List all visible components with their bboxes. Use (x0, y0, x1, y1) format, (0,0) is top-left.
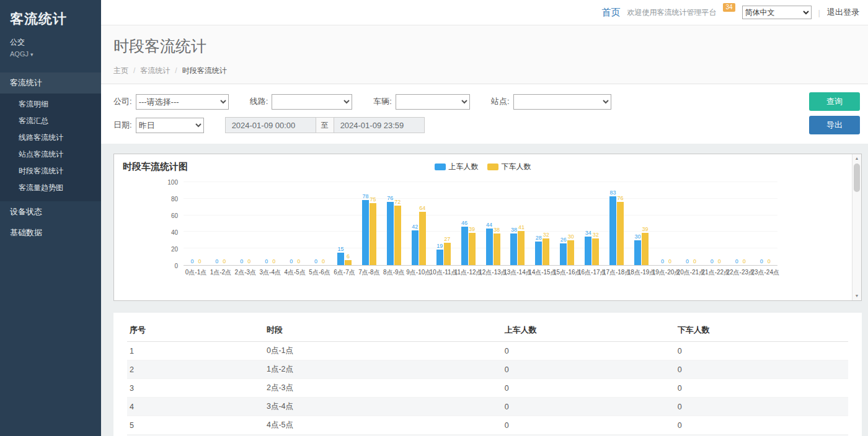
bar-group: 00 (678, 182, 703, 265)
date-label: 日期: (113, 120, 132, 131)
home-link[interactable]: 首页 (601, 7, 620, 19)
vehicle-label: 车辆: (373, 96, 392, 107)
bar (436, 250, 443, 265)
bar-column: 41 (518, 182, 525, 265)
bar-column: 27 (444, 182, 451, 265)
bar-value-label: 15 (337, 246, 343, 252)
station-select[interactable] (513, 94, 611, 110)
bar-value-label: 34 (585, 230, 591, 236)
sidebar-item-flow-trend-chart[interactable]: 客流量趋势图 (0, 180, 101, 196)
date-to-input[interactable] (334, 117, 425, 133)
bar-value-label: 0 (735, 258, 738, 264)
bar-column: 39 (469, 182, 476, 265)
logout-link[interactable]: 退出登录 (827, 7, 859, 18)
x-axis-label: 3点-4点 (258, 268, 283, 277)
bar (535, 242, 542, 265)
sidebar-item-period-flow-stats[interactable]: 时段客流统计 (0, 163, 101, 180)
bar-group: 3841 (505, 182, 530, 265)
sidebar-item-line-flow-stats[interactable]: 线路客流统计 (0, 129, 101, 146)
y-axis-tick: 60 (171, 212, 178, 219)
company-select[interactable]: ---请选择--- (136, 94, 229, 110)
sidebar-item-passenger-flow-stats[interactable]: 客流统计 (0, 72, 101, 94)
export-button[interactable]: 导出 (809, 116, 860, 134)
bar (567, 240, 574, 265)
bar-value-label: 0 (718, 258, 721, 264)
chart-body: 020406080100 000000000000156787576724264… (157, 182, 777, 277)
bar-column: 0 (716, 182, 723, 265)
line-filter: 线路: (250, 94, 353, 110)
y-axis-tick: 20 (171, 246, 178, 253)
bar-column: 76 (617, 182, 624, 265)
date-preset-select[interactable]: 昨日 (136, 118, 204, 133)
bar-value-label: 0 (297, 258, 300, 264)
org-selector[interactable]: AQGJ▾ (10, 50, 91, 58)
bar-column: 0 (691, 182, 698, 265)
table-row: 43点-4点00 (127, 398, 848, 416)
bar-value-label: 78 (362, 193, 368, 199)
chart-legend: 上车人数下车人数 (435, 162, 531, 172)
bar-column: 76 (387, 182, 394, 265)
menu-section-passenger-flow-stats: 客流统计客流明细客流汇总线路客流统计站点客流统计时段客流统计客流量趋势图 (0, 72, 101, 201)
filter-row-1: 公司: ---请选择--- 线路: 车辆: 站点: 查询 (113, 92, 860, 111)
x-axis-label: 13点-14点 (505, 268, 530, 277)
bar-group: 00 (728, 182, 753, 265)
legend-item[interactable]: 下车人数 (487, 162, 531, 172)
sidebar-item-flow-summary[interactable]: 客流汇总 (0, 113, 101, 129)
bar-column: 0 (213, 182, 220, 265)
bar-value-label: 28 (536, 235, 542, 241)
sidebar-item-device-status[interactable]: 设备状态 (0, 201, 101, 222)
legend-item[interactable]: 上车人数 (435, 162, 479, 172)
breadcrumb: 主页客流统计时段客流统计 (113, 66, 856, 76)
bar-group: 2630 (555, 182, 580, 265)
sidebar-item-station-flow-stats[interactable]: 站点客流统计 (0, 146, 101, 163)
table-body: 10点-1点0021点-2点0032点-3点0043点-4点0054点-5点00… (127, 342, 848, 436)
bar-value-label: 0 (265, 258, 268, 264)
bar-column: 83 (609, 182, 616, 265)
bar-value-label: 0 (290, 258, 293, 264)
date-from-input[interactable] (225, 117, 316, 133)
x-axis-label: 12点-13点 (480, 268, 505, 277)
scroll-up-icon[interactable]: ▲ (852, 154, 861, 163)
y-axis-tick: 80 (171, 196, 178, 203)
breadcrumb-home[interactable]: 主页 (113, 66, 128, 75)
bar-value-label: 0 (198, 258, 201, 264)
table-cell: 0 (502, 360, 675, 379)
chart-x-labels: 0点-1点1点-2点2点-3点3点-4点4点-5点5点-6点6点-7点7点-8点… (184, 268, 777, 277)
bar (560, 243, 567, 265)
bar-group: 00 (258, 182, 283, 265)
legend-label: 下车人数 (502, 162, 531, 172)
line-select[interactable] (272, 94, 352, 110)
table-header-cell: 时段 (264, 319, 502, 342)
scroll-down-icon[interactable]: ▼ (852, 292, 861, 300)
scrollbar-thumb[interactable] (854, 164, 860, 192)
bar-value-label: 39 (642, 226, 649, 232)
table-cell: 0 (502, 398, 675, 416)
bar-value-label: 0 (223, 258, 226, 264)
bar-column: 0 (659, 182, 666, 265)
x-axis-label: 18点-19点 (629, 268, 654, 277)
bar-column: 30 (567, 182, 574, 265)
chart-header: 时段车流统计图 上车人数下车人数 (123, 161, 843, 176)
bar-group: 00 (184, 182, 208, 265)
table-cell: 0点-1点 (264, 342, 502, 360)
sidebar-item-base-data[interactable]: 基础数据 (0, 222, 101, 243)
chart-scrollbar[interactable]: ▲ ▼ (852, 154, 861, 300)
breadcrumb-section[interactable]: 客流统计 (140, 66, 170, 75)
bar-column: 0 (238, 182, 245, 265)
bar-column: 0 (320, 182, 327, 265)
table-cell: 5 (127, 416, 264, 435)
bar-value-label: 38 (494, 227, 500, 233)
sidebar-item-flow-detail[interactable]: 客流明细 (0, 96, 101, 113)
x-axis-label: 19点-20点 (654, 268, 679, 277)
station-label: 站点: (491, 96, 510, 107)
language-select[interactable]: 简体中文 (742, 6, 812, 19)
bar (609, 196, 616, 265)
x-axis-label: 17点-18点 (604, 268, 629, 277)
bar-group: 00 (654, 182, 679, 265)
query-button[interactable]: 查询 (809, 92, 860, 111)
chart-panel: 时段车流统计图 上车人数下车人数 020406080100 0000000000… (113, 154, 862, 301)
vehicle-select[interactable] (396, 94, 470, 110)
y-axis-tick: 100 (167, 179, 178, 186)
bar-column: 6 (345, 182, 352, 265)
bar-group: 3432 (580, 182, 604, 265)
